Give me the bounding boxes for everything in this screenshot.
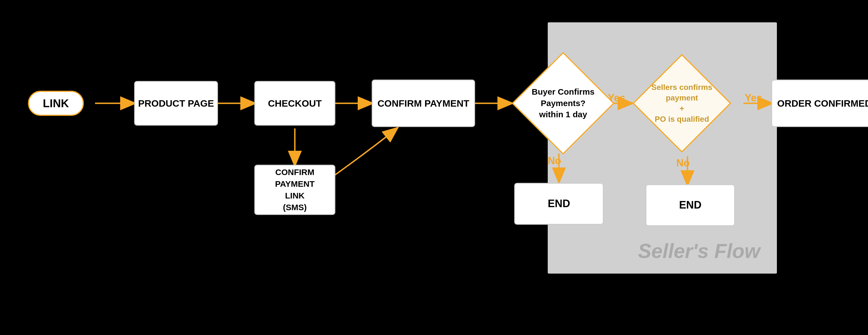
confirm-payment-node: CONFIRM PAYMENT [372, 79, 475, 127]
confirm-payment-link-node: CONFIRM PAYMENT LINK (SMS) [254, 165, 335, 215]
sellers-flow-label: Seller's Flow [638, 239, 760, 262]
no-label-buyer: No [548, 155, 561, 167]
yes-label-seller: Yes [745, 92, 762, 104]
no-label-seller: No [676, 157, 690, 169]
product-page-node: PRODUCT PAGE [134, 81, 218, 126]
checkout-node: CHECKOUT [254, 81, 335, 126]
link-node: LINK [28, 91, 84, 116]
seller-confirms-diamond: Sellers confirms payment + PO is qualifi… [631, 53, 732, 154]
end-seller-node: END [646, 184, 735, 226]
buyer-confirms-diamond: Buyer Confirms Payments? within 1 day [512, 52, 615, 155]
end-buyer-node: END [514, 183, 603, 225]
diagram-container: Seller's Flow [0, 0, 868, 335]
order-confirmed-node: ORDER CONFIRMED [771, 79, 868, 127]
yes-label-buyer: Yes [608, 92, 625, 104]
